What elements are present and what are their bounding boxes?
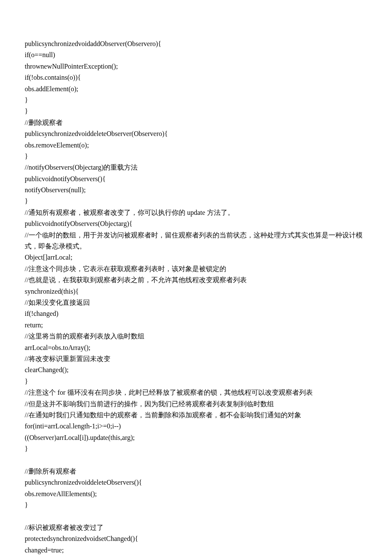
- code-line: ((Observer)arrLocal[i]).update(this,arg)…: [25, 432, 367, 443]
- code-line: }: [25, 443, 367, 454]
- code-line: clearChanged();: [25, 364, 367, 376]
- code-line: publicsynchronizedvoidaddObserver(Observ…: [25, 38, 367, 49]
- code-line: obs.removeAllElements();: [25, 489, 367, 500]
- code-line: changed=true;: [25, 545, 367, 555]
- code-line: }: [25, 106, 367, 117]
- code-line: publicsynchronizedvoiddeleteObserver(Obs…: [25, 128, 367, 139]
- code-line: protectedsynchronizedvoidsetChanged(){: [25, 533, 367, 544]
- code-line: return;: [25, 320, 367, 331]
- code-line: publicvoidnotifyObservers(Objectarg){: [25, 218, 367, 229]
- code-line: publicsynchronizedvoiddeleteObservers(){: [25, 477, 367, 488]
- code-line: Object[]arrLocal;: [25, 252, 367, 263]
- code-line: //删除观察者: [25, 117, 367, 128]
- code-line: //将改变标识重新置回未改变: [25, 353, 367, 364]
- code-line: //注意这个同步块，它表示在获取观察者列表时，该对象是被锁定的: [25, 263, 367, 275]
- code-line: thrownewNullPointerException();: [25, 61, 367, 72]
- code-line-blank: [25, 511, 367, 522]
- code-line: //在通知时我们只通知数组中的观察者，当前删除和添加观察者，都不会影响我们通知的…: [25, 410, 367, 421]
- code-line: //这里将当前的观察者列表放入临时数组: [25, 331, 367, 342]
- code-line: }: [25, 196, 367, 207]
- code-line: }: [25, 95, 367, 106]
- code-line: }: [25, 376, 367, 387]
- code-line: //也就是说，在我获取到观察者列表之前，不允许其他线程改变观察者列表: [25, 275, 367, 286]
- code-block: publicsynchronizedvoidaddObserver(Observ…: [25, 38, 367, 555]
- code-line: synchronized(this){: [25, 286, 367, 297]
- code-line: }: [25, 500, 367, 511]
- code-line: if(o==null): [25, 49, 367, 61]
- code-line: if(!changed): [25, 308, 367, 319]
- code-line: //标识被观察者被改变过了: [25, 522, 367, 533]
- code-line: arrLocal=obs.toArray();: [25, 342, 367, 353]
- code-line: //注意这个 for 循环没有在同步块，此时已经释放了被观察者的锁，其他线程可以…: [25, 387, 367, 398]
- code-line: obs.addElement(o);: [25, 84, 367, 95]
- code-line: //如果没变化直接返回: [25, 297, 367, 308]
- code-line: for(inti=arrLocal.length-1;i>=0;i--): [25, 421, 367, 432]
- code-line: //删除所有观察者: [25, 466, 367, 477]
- code-line: //但是这并不影响我们当前进行的操作，因为我们已经将观察者列表复制到临时数组: [25, 399, 367, 410]
- code-line: publicvoidnotifyObservers(){: [25, 173, 367, 185]
- code-line: notifyObservers(null);: [25, 185, 367, 196]
- code-line: //一个临时的数组，用于并发访问被观察者时，留住观察者列表的当前状态，这种处理方…: [25, 230, 367, 252]
- code-line: }: [25, 151, 367, 162]
- code-line-blank: [25, 454, 367, 465]
- code-line: //通知所有观察者，被观察者改变了，你可以执行你的 update 方法了。: [25, 207, 367, 218]
- code-line: if(!obs.contains(o)){: [25, 72, 367, 83]
- code-line: //notifyObservers(Objectarg)的重载方法: [25, 162, 367, 173]
- code-line: obs.removeElement(o);: [25, 140, 367, 151]
